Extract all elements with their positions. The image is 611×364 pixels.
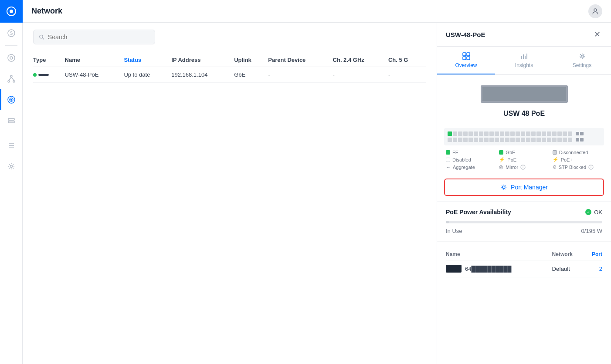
port-8 <box>484 131 489 136</box>
port-32 <box>484 138 489 142</box>
port-23 <box>563 131 567 136</box>
device-visual: USW 48 PoE <box>437 75 611 125</box>
search-input[interactable] <box>48 34 149 40</box>
poe-ok-icon <box>585 209 591 215</box>
table-panel: Type Name Status IP Address Uplink Paren… <box>23 23 437 364</box>
client-row[interactable]: 64██████████ Default 2 <box>446 260 602 277</box>
port-36 <box>505 138 509 142</box>
port-38 <box>516 138 520 142</box>
sidebar-item-home[interactable]: S <box>0 23 23 44</box>
svg-point-81 <box>502 186 505 189</box>
port-diagram: FE GbE Disconnected Disabled <box>437 125 611 173</box>
svg-line-9 <box>9 77 11 81</box>
table-row[interactable]: USW-48-PoE Up to date 192.168.1.104 GbE … <box>33 67 426 83</box>
port-26 <box>453 138 457 142</box>
col-ip: IP Address <box>171 53 234 67</box>
svg-rect-63 <box>516 95 518 98</box>
sidebar-item-settings[interactable] <box>0 156 23 177</box>
sidebar-item-network[interactable] <box>0 89 23 110</box>
port-17 <box>531 131 536 136</box>
page-title: Network <box>31 7 62 16</box>
port-48 <box>568 138 572 142</box>
svg-rect-24 <box>467 53 470 56</box>
port-manager-button[interactable]: Port Manager <box>444 179 604 196</box>
search-bar <box>33 30 155 44</box>
poe-bar-fill <box>446 221 449 223</box>
svg-rect-51 <box>543 89 546 92</box>
svg-rect-75 <box>561 95 564 98</box>
port-31 <box>479 138 483 142</box>
svg-rect-42 <box>512 89 515 92</box>
cell-status: Up to date <box>124 67 171 83</box>
svg-rect-49 <box>536 89 539 92</box>
svg-point-7 <box>8 81 10 82</box>
port-43 <box>542 138 546 142</box>
svg-rect-60 <box>505 95 508 98</box>
svg-line-22 <box>43 38 44 39</box>
tab-settings-label: Settings <box>573 62 591 68</box>
port-41 <box>531 138 536 142</box>
client-port: 2 <box>585 260 602 277</box>
port-20 <box>547 131 551 136</box>
port-44 <box>547 138 551 142</box>
legend-aggregate: ↔ Aggregate <box>446 164 496 170</box>
svg-text:i: i <box>591 166 591 169</box>
svg-rect-37 <box>495 89 497 92</box>
port-15 <box>521 131 525 136</box>
svg-rect-44 <box>519 89 522 92</box>
user-avatar[interactable] <box>588 4 602 18</box>
svg-rect-39 <box>502 89 504 92</box>
port-14 <box>516 131 520 136</box>
port-18 <box>536 131 541 136</box>
port-39 <box>521 138 525 142</box>
cell-parent: - <box>268 67 333 83</box>
tab-settings[interactable]: Settings <box>553 47 611 74</box>
port-10 <box>495 131 499 136</box>
tab-insights[interactable]: Insights <box>495 47 553 74</box>
port-21 <box>552 131 557 136</box>
switch-graphic <box>481 85 568 103</box>
svg-point-6 <box>10 75 12 77</box>
topbar: Network <box>23 0 611 23</box>
port-16 <box>526 131 530 136</box>
app-logo[interactable] <box>0 0 23 23</box>
sidebar-divider-2 <box>5 133 17 133</box>
tab-overview-label: Overview <box>455 62 477 68</box>
legend-poep: ⚡ PoE+ <box>553 157 602 162</box>
poe-in-use-value: 0/195 W <box>581 228 602 234</box>
tab-insights-label: Insights <box>515 62 533 68</box>
port-9 <box>489 131 494 136</box>
svg-rect-50 <box>540 89 543 92</box>
port-42 <box>536 138 541 142</box>
sidebar-item-stats[interactable] <box>0 47 23 68</box>
detail-header: USW-48-PoE ✕ <box>437 23 611 47</box>
port-45 <box>552 138 557 142</box>
legend-mirror: ◎ Mirror i <box>499 164 549 170</box>
sidebar-item-topology[interactable] <box>0 68 23 89</box>
legend-disconnected: Disconnected <box>553 150 602 155</box>
svg-rect-25 <box>463 57 466 60</box>
svg-rect-38 <box>498 89 501 92</box>
port-3 <box>458 131 462 136</box>
svg-rect-48 <box>533 89 536 92</box>
sidebar-divider-1 <box>5 45 17 46</box>
device-model-name: USW 48 PoE <box>503 110 545 118</box>
svg-rect-53 <box>550 89 553 92</box>
close-button[interactable]: ✕ <box>592 30 602 39</box>
sidebar-item-list[interactable] <box>0 135 23 156</box>
cell-type <box>33 67 65 83</box>
detail-panel: USW-48-PoE ✕ Overview <box>437 23 611 364</box>
status-dot <box>33 73 37 77</box>
poe-usage: In Use 0/195 W <box>446 228 602 234</box>
svg-rect-64 <box>519 95 522 98</box>
col-name: Name <box>65 53 124 67</box>
port-33 <box>489 138 494 142</box>
svg-rect-43 <box>516 89 518 92</box>
content-area: Type Name Status IP Address Uplink Paren… <box>23 23 611 364</box>
port-5 <box>468 131 473 136</box>
port-46 <box>557 138 562 142</box>
tab-overview[interactable]: Overview <box>437 47 495 74</box>
sidebar-item-storage[interactable] <box>0 110 23 131</box>
port-sfp-2 <box>580 132 584 135</box>
port-30 <box>474 138 478 142</box>
